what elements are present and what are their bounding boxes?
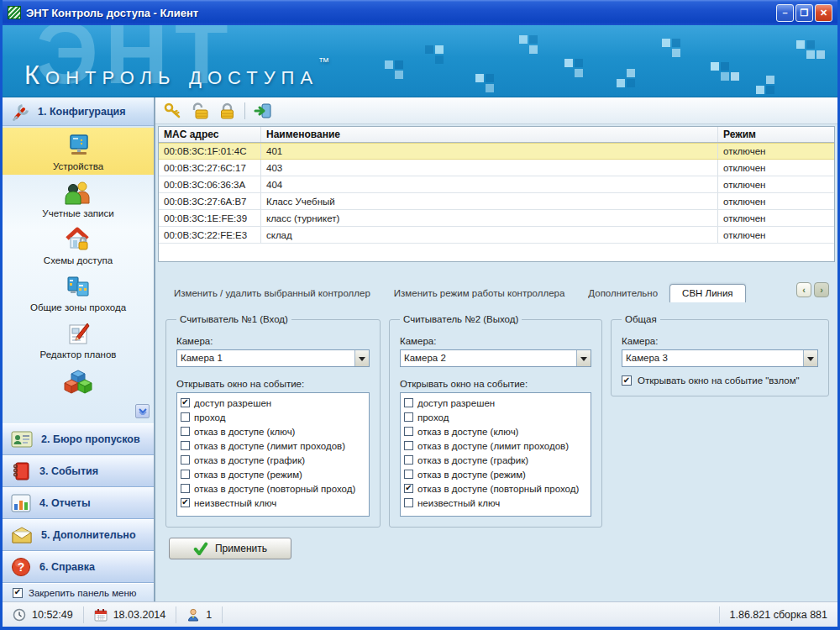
event-checkbox[interactable]: [404, 398, 413, 407]
sidebar-item-access-schemes[interactable]: Схемы доступа: [3, 222, 154, 269]
table-row[interactable]: 00:0B:3C:06:36:3A 404 отключен: [159, 176, 834, 193]
hack-event-checkbox[interactable]: [622, 375, 632, 386]
status-time: 10:52:49: [3, 606, 84, 623]
event-checkbox[interactable]: [181, 484, 190, 493]
window-title: ЭНТ Контроль доступа - Клиент: [26, 7, 776, 19]
cell-mac: 00:0B:3C:27:6C:17: [159, 160, 261, 176]
group-title: Считыватель №1 (Вход): [176, 314, 291, 324]
event-checkbox[interactable]: [181, 498, 190, 507]
apply-button[interactable]: Применить: [169, 538, 291, 559]
group-common: Общая Камера: Камера 3 Открывать окно на…: [611, 314, 829, 396]
column-header-mac[interactable]: MAC адрес: [159, 127, 261, 142]
tab-change-mode[interactable]: Изменить режим работы контроллера: [382, 285, 577, 302]
cell-mode: отключен: [718, 160, 834, 176]
green-check-icon: [193, 542, 208, 555]
event-checkbox[interactable]: [181, 441, 190, 450]
event-label: доступ разрешен: [194, 398, 271, 408]
banner-tm: ™: [318, 55, 330, 68]
banner-title-text: Контроль доступа: [24, 60, 318, 90]
app-banner: ЭНТ Контроль доступа™: [3, 25, 837, 97]
event-label: отказ в доступе (лимит проходов): [417, 441, 569, 451]
event-checkbox[interactable]: [181, 470, 190, 479]
sidebar-item-accounts[interactable]: Учетные записи: [3, 175, 154, 222]
tab-cctv-line[interactable]: СВН Линия: [669, 284, 745, 302]
table-row[interactable]: 00:0B:3C:27:6C:17 403 отключен: [159, 160, 834, 176]
column-header-name[interactable]: Наименование: [261, 127, 718, 142]
banner-title: Контроль доступа™: [24, 55, 330, 91]
minimize-button[interactable]: –: [776, 4, 794, 22]
sidebar-section-events[interactable]: 3. События: [3, 455, 154, 487]
exit-door-icon[interactable]: [254, 102, 272, 119]
table-row[interactable]: 00:0B:3C:22:FE:E3 склад отключен: [159, 227, 834, 244]
toolbar-separator: [244, 102, 245, 119]
banner-mosaic-decoration: [376, 30, 385, 39]
dropdown-arrow-icon[interactable]: [576, 350, 591, 366]
event-checkbox[interactable]: [181, 427, 190, 436]
table-row[interactable]: 00:0B:3C:27:6A:B7 Класс Учебный отключен: [159, 193, 834, 210]
key-icon[interactable]: [164, 102, 182, 119]
event-checkbox[interactable]: [181, 412, 190, 422]
camera-select-common[interactable]: Камера 3: [622, 349, 818, 367]
cell-name: 403: [261, 160, 718, 176]
group-reader1: Считыватель №1 (Вход) Камера: Камера 1 О…: [165, 314, 381, 528]
cubes-icon: [63, 367, 93, 396]
clock-icon: [13, 608, 26, 622]
sidebar-item-common-zones[interactable]: Общие зоны прохода: [3, 269, 154, 316]
event-checkbox[interactable]: [404, 441, 413, 450]
sidebar-item-modules[interactable]: [3, 363, 154, 400]
event-checkbox[interactable]: [404, 412, 413, 422]
chevron-down-icon: [139, 408, 147, 415]
event-checkbox[interactable]: [404, 470, 413, 479]
tab-edit-delete-controller[interactable]: Изменить / удалить выбранный контроллер: [162, 285, 382, 302]
sidebar-item-devices[interactable]: Устройства: [3, 128, 154, 175]
sidebar-scroll-down-button[interactable]: [135, 404, 150, 418]
chevron-right-icon: ›: [820, 285, 823, 295]
sidebar-section-pass-office[interactable]: 2. Бюро пропусков: [3, 423, 154, 455]
camera-selected-value: Камера 2: [401, 350, 576, 366]
event-checkbox[interactable]: [404, 484, 413, 493]
red-book-icon: [11, 461, 31, 481]
cctv-panel: Считыватель №1 (Вход) Камера: Камера 1 О…: [155, 302, 837, 601]
maximize-button[interactable]: ❐: [795, 4, 813, 22]
event-label: неизвестный ключ: [194, 498, 276, 508]
sidebar-section-label: 2. Бюро пропусков: [41, 433, 140, 445]
event-checkbox[interactable]: [404, 455, 413, 465]
envelope-icon: [11, 526, 33, 544]
event-checkbox[interactable]: [404, 498, 413, 507]
camera-select-reader1[interactable]: Камера 1: [176, 349, 370, 367]
sidebar-items: Устройства Учетные записи: [3, 126, 154, 423]
cell-name: склад: [261, 227, 718, 243]
event-label: отказ в доступе (повторный проход): [417, 484, 579, 494]
cell-mode: отключен: [718, 227, 834, 243]
cell-name: 404: [261, 176, 718, 192]
pin-menu-row: Закрепить панель меню: [3, 583, 154, 601]
tab-scroll-left-button[interactable]: ‹: [796, 282, 811, 297]
status-time-value: 10:52:49: [32, 609, 73, 621]
dropdown-arrow-icon[interactable]: [803, 350, 817, 366]
table-row[interactable]: 00:0B:3C:1F:01:4C 401 отключен: [159, 143, 834, 160]
sidebar-section-additional[interactable]: 5. Дополнительно: [3, 519, 154, 551]
cell-mac: 00:0B:3C:22:FE:E3: [159, 227, 261, 243]
sidebar-section-help[interactable]: ? 6. Справка: [3, 551, 154, 583]
dropdown-arrow-icon[interactable]: [354, 350, 369, 366]
table-header-row: MAC адрес Наименование Режим: [159, 127, 834, 143]
sidebar-section-configuration[interactable]: 1. Конфигурация: [3, 97, 154, 126]
event-checkbox[interactable]: [404, 427, 413, 436]
sidebar-section-label: 1. Конфигурация: [38, 106, 126, 118]
tab-scroll-right-button[interactable]: ›: [814, 282, 829, 297]
event-checkbox[interactable]: [181, 398, 190, 407]
chevron-left-icon: ‹: [802, 285, 806, 295]
unlock-padlock-icon[interactable]: [191, 102, 209, 119]
svg-text:?: ?: [18, 560, 25, 574]
cell-mac: 00:0B:3C:06:36:3A: [159, 176, 261, 192]
pin-menu-checkbox[interactable]: [13, 588, 23, 598]
sidebar-item-plan-editor[interactable]: Редактор планов: [3, 316, 154, 363]
lock-padlock-icon[interactable]: [218, 102, 236, 119]
camera-select-reader2[interactable]: Камера 2: [400, 349, 591, 367]
close-button[interactable]: ✕: [815, 4, 832, 22]
tab-additional[interactable]: Дополнительно: [576, 285, 669, 302]
sidebar-section-reports[interactable]: 4. Отчеты: [3, 487, 154, 519]
event-checkbox[interactable]: [181, 455, 190, 465]
table-row[interactable]: 00:0B:3C:1E:FE:39 класс (турникет) отклю…: [159, 210, 834, 227]
column-header-mode[interactable]: Режим: [718, 127, 834, 142]
